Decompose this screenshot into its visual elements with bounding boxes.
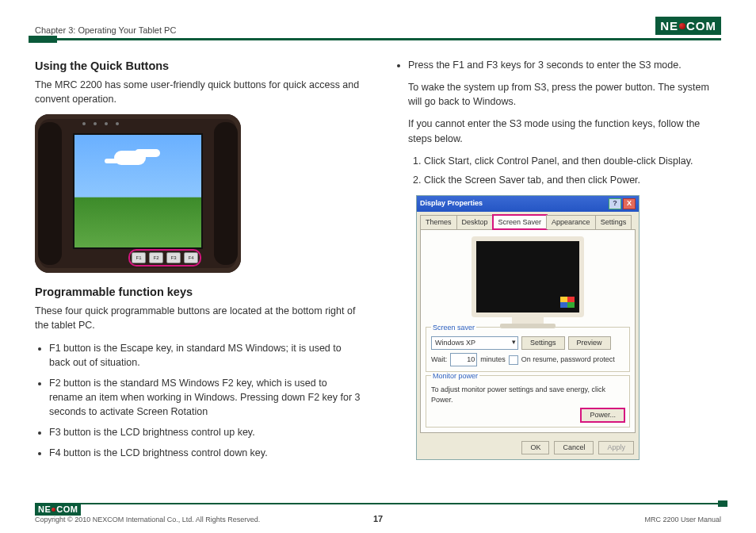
tab-desktop[interactable]: Desktop xyxy=(456,215,494,229)
monitor-power-text: To adjust monitor power settings and sav… xyxy=(431,385,624,405)
heading-prog-keys: Programmable function keys xyxy=(35,284,362,301)
preview-button[interactable]: Preview xyxy=(568,336,611,350)
text-quick-intro: The MRC 2200 has some user-friendly quic… xyxy=(35,78,362,106)
function-keys-highlight: F1 F2 F3 F4 xyxy=(128,249,201,266)
dialog-title: Display Properties xyxy=(420,198,483,209)
fn-key: F2 xyxy=(149,252,163,263)
fn-key: F4 xyxy=(184,252,198,263)
screensaver-select[interactable]: Windows XP xyxy=(431,336,518,350)
step-1: Click Start, click Control Panel, and th… xyxy=(424,154,721,168)
wait-label: Wait: xyxy=(431,355,447,365)
monitor-preview xyxy=(468,236,587,324)
bullet-f4: F4 button is the LCD brightness control … xyxy=(49,446,362,460)
tab-settings[interactable]: Settings xyxy=(595,215,632,229)
page-number: 17 xyxy=(35,514,721,523)
tablet-illustration: F1 F2 F3 F4 xyxy=(35,114,241,273)
display-properties-dialog: Display Properties ? X Themes Desktop Sc… xyxy=(416,195,640,460)
bullet-f1: F1 button is the Escape key, in standard… xyxy=(49,341,362,370)
heading-quick-buttons: Using the Quick Buttons xyxy=(35,58,362,75)
resume-label: On resume, password protect xyxy=(521,355,615,365)
close-button[interactable]: X xyxy=(623,198,636,209)
monitor-power-legend: Monitor power xyxy=(431,372,479,380)
tab-appearance[interactable]: Appearance xyxy=(546,215,596,229)
fn-key: F3 xyxy=(166,252,181,263)
fn-key: F1 xyxy=(132,252,146,263)
ok-button[interactable]: OK xyxy=(521,441,549,454)
tab-screen-saver[interactable]: Screen Saver xyxy=(493,215,548,229)
bullet-s3: Press the F1 and F3 keys for 3 seconds t… xyxy=(408,58,721,72)
text-wake: To wake the system up from S3, press the… xyxy=(408,80,721,109)
brand-logo-top: NECOM xyxy=(655,17,721,35)
text-if-cannot: If you cannot enter the S3 mode using th… xyxy=(408,117,721,145)
resume-checkbox[interactable] xyxy=(509,355,518,365)
bullet-f3: F3 button is the LCD brightness control … xyxy=(49,425,362,439)
apply-button[interactable]: Apply xyxy=(598,441,634,454)
chapter-label: Chapter 3: Operating Your Tablet PC xyxy=(35,25,176,35)
settings-button[interactable]: Settings xyxy=(521,336,565,350)
wait-input[interactable]: 10 xyxy=(450,353,477,366)
tab-themes[interactable]: Themes xyxy=(420,215,457,229)
help-button[interactable]: ? xyxy=(609,198,621,209)
screensaver-legend: Screen saver xyxy=(431,324,476,332)
wait-unit: minutes xyxy=(480,355,506,365)
bullet-f2: F2 button is the standard MS Windows F2 … xyxy=(49,376,362,419)
cancel-button[interactable]: Cancel xyxy=(554,441,594,454)
step-2: Click the Screen Saver tab, and then cli… xyxy=(424,173,721,187)
text-prog-intro: These four quick programmable buttons ar… xyxy=(35,304,362,332)
windows-flag-icon xyxy=(560,297,575,308)
power-button[interactable]: Power... xyxy=(581,408,624,422)
